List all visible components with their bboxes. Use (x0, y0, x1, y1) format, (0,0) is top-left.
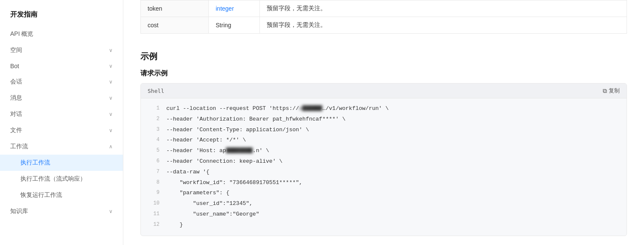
sidebar-sub-item-label: 恢复运行工作流 (20, 191, 62, 199)
sidebar-sub-item-execute-workflow-stream[interactable]: 执行工作流（流式响应） (0, 171, 123, 187)
chevron-down-icon: ∨ (109, 63, 113, 69)
table-row: cost String 预留字段，无需关注。 (141, 17, 627, 34)
sidebar-sub-item-label: 执行工作流 (20, 159, 50, 167)
sidebar-sub-item-resume-workflow[interactable]: 恢复运行工作流 (0, 187, 123, 203)
sidebar-sub-item-label: 执行工作流（流式响应） (20, 175, 86, 183)
sidebar-item-label: 文件 (10, 127, 22, 134)
chevron-down-icon: ∨ (109, 95, 113, 101)
code-block: Shell ⧉ 复制 1 curl --location --request P… (140, 83, 627, 236)
code-content: 1 curl --location --request POST 'https:… (141, 98, 627, 236)
chevron-up-icon: ∧ (109, 144, 113, 150)
table-cell-name: cost (141, 17, 209, 34)
sidebar-sub-item-execute-workflow[interactable]: 执行工作流 (0, 155, 123, 171)
sidebar: 开发指南 API 概览 空间 ∨ Bot ∨ 会话 ∨ 消息 ∨ 对话 ∨ 文件… (0, 0, 123, 245)
chevron-down-icon: ∨ (109, 79, 113, 85)
main-content: token integer 预留字段，无需关注。 cost String 预留字… (123, 0, 644, 245)
sidebar-item-bot[interactable]: Bot ∨ (0, 58, 123, 74)
sidebar-item-dialogue[interactable]: 对话 ∨ (0, 106, 123, 122)
code-line-1: 1 curl --location --request POST 'https:… (141, 104, 627, 114)
copy-icon: ⧉ (603, 87, 607, 95)
sidebar-item-space[interactable]: 空间 ∨ (0, 42, 123, 58)
subsection-title-request: 请求示例 (140, 69, 627, 78)
params-table: token integer 预留字段，无需关注。 cost String 预留字… (140, 0, 627, 34)
sidebar-title: 开发指南 (0, 7, 123, 26)
sidebar-item-label: 对话 (10, 110, 22, 118)
code-line-7: 7 --data-raw '{ (141, 167, 627, 178)
copy-button[interactable]: ⧉ 复制 (603, 87, 620, 95)
table-cell-type: String (209, 17, 260, 34)
sidebar-item-session[interactable]: 会话 ∨ (0, 74, 123, 90)
code-line-5: 5 --header 'Host: ap████████.n' \ (141, 146, 627, 156)
table-cell-desc: 预留字段，无需关注。 (260, 0, 627, 17)
chevron-down-icon: ∨ (109, 47, 113, 53)
code-line-10: 10 "user_id":"12345", (141, 199, 627, 209)
sidebar-item-label: 会话 (10, 78, 22, 86)
sidebar-item-knowledge[interactable]: 知识库 ∨ (0, 203, 123, 219)
sidebar-item-workflow[interactable]: 工作流 ∧ (0, 138, 123, 155)
code-line-6: 6 --header 'Connection: keep-alive' \ (141, 156, 627, 167)
table-cell-name: token (141, 0, 209, 17)
table-cell-type: integer (209, 0, 260, 17)
sidebar-item-label: 工作流 (10, 143, 28, 150)
table-row: token integer 预留字段，无需关注。 (141, 0, 627, 17)
code-lang-label: Shell (148, 88, 164, 94)
table-cell-desc: 预留字段，无需关注。 (260, 17, 627, 34)
chevron-down-icon: ∨ (109, 208, 113, 214)
code-line-11: 11 "user_name":"George" (141, 209, 627, 220)
code-line-9: 9 "parameters": { (141, 188, 627, 199)
code-line-2: 2 --header 'Authorization: Bearer pat_hf… (141, 114, 627, 125)
sidebar-item-label: 知识库 (10, 208, 28, 215)
chevron-down-icon: ∨ (109, 111, 113, 117)
code-line-4: 4 --header 'Accept: */*' \ (141, 135, 627, 146)
code-line-12: 12 } (141, 220, 627, 231)
code-block-header: Shell ⧉ 复制 (141, 84, 627, 98)
sidebar-item-label: 空间 (10, 46, 22, 54)
copy-label: 复制 (609, 87, 620, 95)
code-line-8: 8 "workflow_id": "73664689170551*****", (141, 178, 627, 188)
code-line-3: 3 --header 'Content-Type: application/js… (141, 125, 627, 135)
chevron-down-icon: ∨ (109, 127, 113, 133)
sidebar-item-file[interactable]: 文件 ∨ (0, 122, 123, 138)
sidebar-item-label: API 概览 (10, 30, 33, 38)
sidebar-item-api[interactable]: API 概览 (0, 26, 123, 42)
sidebar-item-label: Bot (10, 63, 19, 69)
section-title-example: 示例 (140, 47, 627, 62)
sidebar-item-message[interactable]: 消息 ∨ (0, 90, 123, 106)
sidebar-item-label: 消息 (10, 94, 22, 102)
